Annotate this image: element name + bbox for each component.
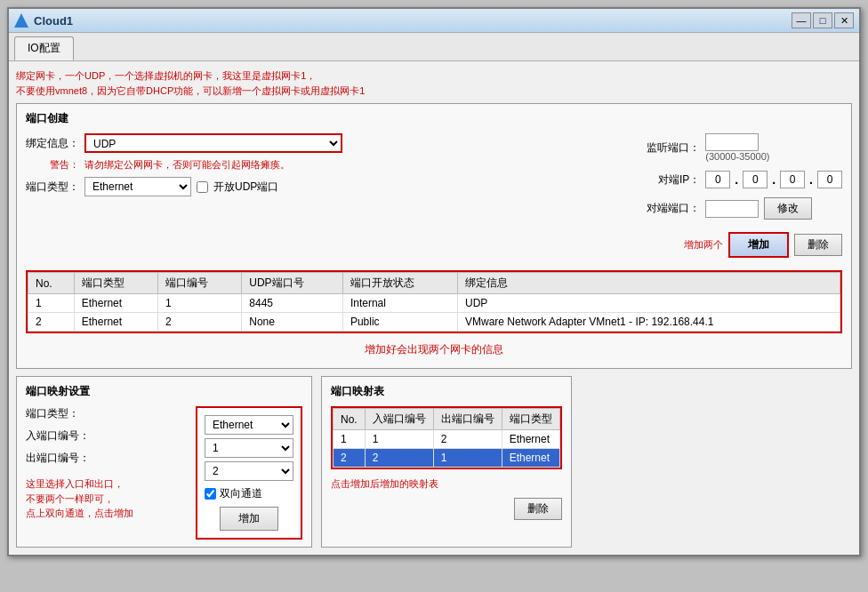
port-cell-1-2: 2 (158, 313, 242, 332)
map-in-select[interactable]: 1 2 (205, 438, 293, 458)
mapping-table[interactable]: No. 入端口编号 出端口编号 端口类型 112Ethernet221Ether… (333, 408, 560, 468)
ip-part-2[interactable] (743, 171, 768, 188)
title-controls: — □ ✕ (792, 12, 854, 28)
map-col-in: 入端口编号 (365, 409, 433, 430)
form-left: 绑定信息： UDP TCP VMware Network Adapter VMn… (26, 133, 632, 263)
add-mapping-button[interactable]: 增加 (220, 507, 278, 531)
map-cell-1-1: 2 (365, 449, 433, 468)
map-type-label: 端口类型： (26, 406, 79, 421)
window-title: Cloud1 (34, 14, 73, 28)
map-col-type: 端口类型 (502, 409, 559, 430)
open-udp-label: 开放UDP端口 (213, 180, 278, 195)
open-udp-checkbox[interactable] (197, 181, 208, 193)
mapping-table-body: 112Ethernet221Ethernet (334, 430, 560, 468)
col-no: No. (28, 273, 75, 294)
port-cell-1-5: VMware Network Adapter VMnet1 - IP: 192.… (457, 313, 840, 332)
map-cell-0-3: Ethernet (502, 430, 559, 449)
mapping-settings-title: 端口映射设置 (26, 384, 302, 399)
port-cell-1-3: None (242, 313, 343, 332)
port-creation-section: 端口创建 绑定信息： UDP TCP VMware Network Adapte… (16, 103, 852, 369)
port-type-row: 端口类型： Ethernet Serial 开放UDP端口 (26, 177, 632, 196)
warning-row: 警告： 请勿绑定公网网卡，否则可能会引起网络瘫痪。 (26, 158, 632, 172)
col-type: 端口类型 (74, 273, 157, 294)
map-type-select[interactable]: Ethernet Serial (205, 415, 293, 435)
map-cell-0-0: 1 (334, 430, 366, 449)
port-table-container: No. 端口类型 端口编号 UDP端口号 端口开放状态 绑定信息 1Ethern… (26, 270, 842, 333)
main-window: Cloud1 — □ ✕ IO配置 绑定网卡，一个UDP，一个选择虚拟机的网卡，… (7, 7, 861, 556)
mapping-table-section: 端口映射表 No. 入端口编号 出端口编号 端口类型 112Ethe (321, 376, 572, 548)
listen-port-input[interactable]: 30000 (705, 133, 759, 151)
port-cell-1-4: Public (342, 313, 457, 332)
map-out-select[interactable]: 1 2 (205, 461, 293, 481)
port-cell-0-2: 1 (158, 294, 242, 313)
mapping-labels: 端口类型： 入端口编号： 出端口编号： 这里选择入口和出口， 不要两个一样即可，… (26, 406, 133, 540)
remote-port-label: 对端端口： (647, 201, 700, 216)
col-udp: UDP端口号 (242, 273, 343, 294)
port-cell-1-0: 2 (28, 313, 75, 332)
port-table-body: 1Ethernet18445InternalUDP2Ethernet2NoneP… (28, 294, 840, 332)
listen-port-label: 监听端口： (647, 140, 700, 156)
maximize-button[interactable]: □ (813, 12, 832, 28)
delete-port-button[interactable]: 删除 (794, 234, 842, 256)
port-cell-0-3: 8445 (242, 294, 343, 313)
delete-mapping-button[interactable]: 删除 (514, 498, 562, 520)
remote-ip-row: 对端IP： . . . (647, 171, 842, 188)
port-table-header: No. 端口类型 端口编号 UDP端口号 端口开放状态 绑定信息 (28, 273, 840, 294)
mapping-table-title: 端口映射表 (331, 384, 562, 399)
tab-bar: IO配置 (9, 33, 859, 61)
bind-row: 绑定信息： UDP TCP VMware Network Adapter VMn… (26, 133, 632, 153)
add-hint: 增加两个 (684, 238, 723, 252)
port-range: (30000-35000) (705, 151, 769, 162)
minimize-button[interactable]: — (792, 12, 811, 28)
form-right: 监听端口： 30000 (30000-35000) 对端IP： . (647, 133, 842, 263)
warning-text: 请勿绑定公网网卡，否则可能会引起网络瘫痪。 (84, 158, 290, 172)
instruction-line2: 不要使用vmnet8，因为它自带DHCP功能，可以新增一个虚拟网卡或用虚拟网卡1 (16, 85, 365, 96)
bidirectional-checkbox[interactable] (205, 488, 216, 500)
port-cell-0-5: UDP (457, 294, 840, 313)
port-type-label: 端口类型： (26, 180, 79, 195)
map-in-label: 入端口编号： (26, 428, 90, 444)
map-cell-0-2: 2 (433, 430, 502, 449)
port-cell-0-4: Internal (342, 294, 457, 313)
ip-part-1[interactable] (705, 171, 730, 188)
remote-ip-label: 对端IP： (647, 172, 700, 188)
port-type-select[interactable]: Ethernet Serial (84, 177, 191, 196)
port-table-row[interactable]: 2Ethernet2NonePublicVMware Network Adapt… (28, 313, 840, 332)
col-num: 端口编号 (158, 273, 242, 294)
warning-label: 警告： (26, 158, 79, 172)
listen-port-row: 监听端口： 30000 (30000-35000) (647, 133, 842, 162)
mapping-table-row[interactable]: 112Ethernet (334, 430, 560, 449)
add-port-button[interactable]: 增加 (728, 232, 789, 258)
bottom-section: 端口映射设置 端口类型： 入端口编号： 出端口编号： (16, 376, 852, 548)
title-bar: Cloud1 — □ ✕ (9, 9, 859, 33)
port-creation-title: 端口创建 (26, 111, 842, 126)
map-cell-1-0: 2 (334, 449, 366, 468)
port-cell-1-1: Ethernet (74, 313, 157, 332)
bind-select[interactable]: UDP TCP VMware Network Adapter VMnet1 (84, 133, 342, 153)
modify-button[interactable]: 修改 (764, 197, 812, 220)
mapping-table-container: No. 入端口编号 出端口编号 端口类型 112Ethernet221Ether… (331, 406, 562, 469)
map-out-label: 出端口编号： (26, 451, 90, 466)
port-cell-0-1: Ethernet (74, 294, 157, 313)
mapping-controls-box: Ethernet Serial 1 2 1 (196, 406, 302, 540)
mapping-add-text: 点击增加后增加的映射表 (331, 477, 562, 491)
remote-port-input[interactable]: 0 (705, 200, 759, 218)
map-col-no: No. (334, 409, 366, 430)
tab-io-config[interactable]: IO配置 (14, 36, 74, 60)
add-info-text: 增加好会出现两个网卡的信息 (26, 339, 842, 361)
instruction-block: 绑定网卡，一个UDP，一个选择虚拟机的网卡，我这里是虚拟网卡1， 不要使用vmn… (16, 68, 852, 98)
bidirectional-row: 双向通道 (205, 486, 293, 501)
bidirectional-label: 双向通道 (220, 486, 262, 501)
title-bar-left: Cloud1 (14, 13, 73, 28)
mapping-table-row[interactable]: 221Ethernet (334, 449, 560, 468)
map-cell-1-2: 1 (433, 449, 502, 468)
remote-port-row: 对端端口： 0 修改 (647, 197, 842, 220)
ip-part-3[interactable] (780, 171, 805, 188)
ip-part-4[interactable] (817, 171, 842, 188)
map-hint: 这里选择入口和出口， 不要两个一样即可， 点上双向通道，点击增加 (26, 476, 133, 521)
port-table-row[interactable]: 1Ethernet18445InternalUDP (28, 294, 840, 313)
port-table: No. 端口类型 端口编号 UDP端口号 端口开放状态 绑定信息 1Ethern… (28, 272, 840, 332)
close-button[interactable]: ✕ (834, 12, 854, 28)
col-status: 端口开放状态 (342, 273, 457, 294)
map-cell-0-1: 1 (365, 430, 433, 449)
